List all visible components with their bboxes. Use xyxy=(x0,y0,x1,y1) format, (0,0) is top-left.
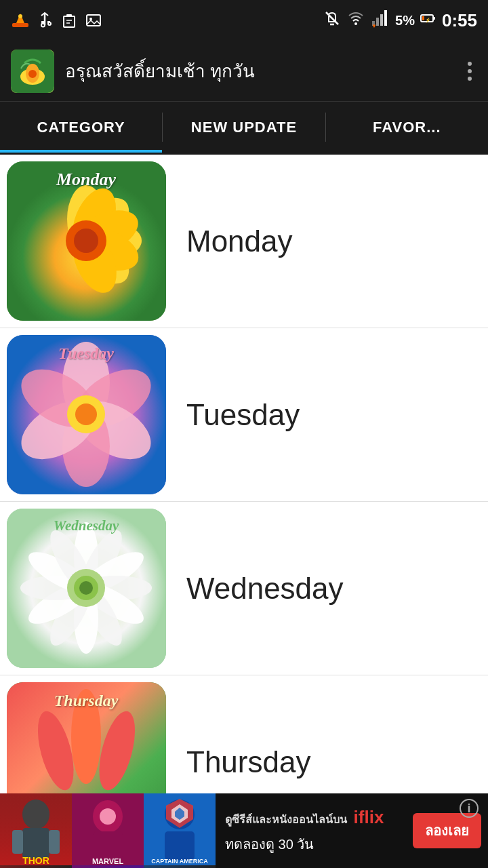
ad-banner[interactable]: i THOR xyxy=(0,793,488,868)
svg-text:CAPTAIN AMERICA: CAPTAIN AMERICA xyxy=(151,858,208,865)
ad-info-icon[interactable]: i xyxy=(460,799,479,818)
status-left-icons xyxy=(11,11,103,30)
svg-point-7 xyxy=(48,22,51,25)
ad-content: ดูซีรีส์และหนังออนไลน์บน iflix ทดลองดู 3… xyxy=(217,802,413,861)
battery-text: 5% xyxy=(395,13,415,28)
list-item[interactable]: Tuesday Tuesday xyxy=(0,328,488,502)
tab-favorites[interactable]: FAVOR... xyxy=(326,102,488,153)
svg-text:⚡: ⚡ xyxy=(425,17,431,23)
svg-text:Tuesday: Tuesday xyxy=(58,344,114,362)
image-icon xyxy=(84,11,103,30)
list-item[interactable]: Wednesday Wednesday xyxy=(0,502,488,675)
svg-rect-24 xyxy=(422,16,424,20)
svg-rect-9 xyxy=(66,14,72,17)
ad-image-3: CAPTAIN AMERICA xyxy=(144,793,216,868)
tab-new-update[interactable]: NEW UPDATE xyxy=(163,102,325,153)
svg-line-14 xyxy=(326,12,338,24)
svg-point-81 xyxy=(22,800,49,829)
svg-text:▼: ▼ xyxy=(371,23,377,28)
svg-rect-96 xyxy=(165,831,195,860)
category-list: Monday Monday xyxy=(0,155,488,849)
app-header: อรุณสวัสดิ์ยามเช้า ทุกวัน xyxy=(0,41,488,102)
overflow-dot xyxy=(468,62,472,66)
svg-point-50 xyxy=(75,403,97,425)
svg-text:Monday: Monday xyxy=(56,170,117,189)
svg-rect-12 xyxy=(87,15,100,26)
svg-text:Wednesday: Wednesday xyxy=(54,517,119,534)
usb-icon xyxy=(35,11,54,30)
svg-rect-84 xyxy=(49,830,60,854)
svg-text:THOR: THOR xyxy=(22,855,49,865)
wednesday-thumbnail: Wednesday xyxy=(7,509,166,668)
monday-label: Monday xyxy=(173,224,293,258)
svg-point-2 xyxy=(18,14,22,18)
clipboard-icon xyxy=(60,11,79,30)
svg-rect-20 xyxy=(384,10,387,26)
wifi-icon xyxy=(346,9,365,32)
svg-point-67 xyxy=(79,581,93,595)
ad-brand-text: ดูซีรีส์และหนังออนไลน์บน iflix xyxy=(225,807,405,828)
svg-rect-88 xyxy=(93,831,123,860)
status-bar: ▼ 5% ⚡ 0:55 xyxy=(0,0,488,41)
overflow-dot xyxy=(468,69,472,73)
svg-rect-83 xyxy=(12,830,23,854)
tab-bar: CATEGORY NEW UPDATE FAVOR... xyxy=(0,102,488,155)
tab-category[interactable]: CATEGORY xyxy=(0,102,162,153)
thursday-label: Thursday xyxy=(173,745,310,779)
app-icon xyxy=(11,50,54,93)
svg-point-89 xyxy=(100,808,116,825)
ad-image-2: MARVEL xyxy=(72,793,144,868)
notification-icon xyxy=(11,11,30,30)
battery-icon: ⚡ xyxy=(420,10,436,31)
svg-rect-82 xyxy=(22,828,49,859)
signal-icon: ▼ xyxy=(371,9,390,32)
svg-point-29 xyxy=(28,70,37,78)
list-item[interactable]: Monday Monday xyxy=(0,155,488,328)
svg-text:Thursday: Thursday xyxy=(54,692,119,709)
ad-image-thor: THOR xyxy=(0,793,72,868)
overflow-menu-button[interactable] xyxy=(462,56,477,86)
tuesday-label: Tuesday xyxy=(173,398,300,432)
silent-icon xyxy=(323,9,341,31)
ad-sub-text: ทดลองดู 30 วัน xyxy=(225,833,405,855)
svg-rect-23 xyxy=(433,17,435,20)
time-display: 0:55 xyxy=(442,10,477,31)
ad-cta-button[interactable]: ลองเลย xyxy=(413,813,481,848)
svg-point-16 xyxy=(354,22,357,25)
ad-images: THOR MARVEL CAPTAIN AMERICA xyxy=(0,793,217,868)
status-right-icons: ▼ 5% ⚡ 0:55 xyxy=(323,9,477,32)
svg-text:MARVEL: MARVEL xyxy=(92,857,124,865)
overflow-dot xyxy=(468,77,472,81)
svg-rect-19 xyxy=(380,14,383,26)
svg-rect-0 xyxy=(12,23,28,27)
wednesday-label: Wednesday xyxy=(173,572,344,606)
svg-rect-8 xyxy=(64,16,75,27)
app-title: อรุณสวัสดิ์ยามเช้า ทุกวัน xyxy=(65,57,462,85)
monday-thumbnail: Monday xyxy=(7,161,166,321)
svg-point-6 xyxy=(41,24,45,27)
svg-point-40 xyxy=(74,229,98,253)
tuesday-thumbnail: Tuesday xyxy=(7,335,166,494)
